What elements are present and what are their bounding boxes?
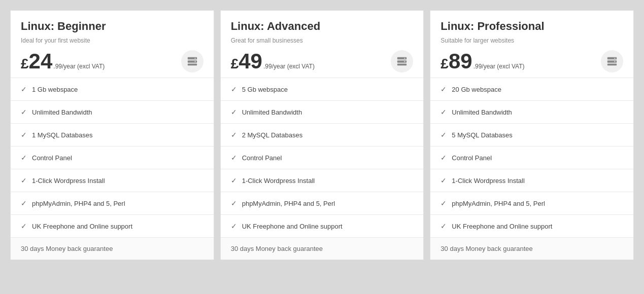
plan-title-professional: Linux: Professional (440, 20, 623, 33)
price-sub: .99/year (excl VAT) (53, 63, 105, 70)
svg-point-4 (194, 61, 195, 62)
checkmark-icon: ✓ (21, 199, 27, 207)
feature-item: ✓1-Click Wordpress Install (221, 169, 424, 192)
feature-item: ✓UK Freephone and Online support (430, 215, 633, 237)
checkmark-icon: ✓ (440, 131, 447, 139)
server-icon (601, 50, 623, 72)
checkmark-icon: ✓ (440, 154, 447, 162)
checkmark-icon: ✓ (440, 222, 447, 230)
plan-subtitle-beginner: Ideal for your first website (21, 37, 204, 44)
feature-label: 5 MySQL Databases (452, 131, 512, 139)
checkmark-icon: ✓ (21, 108, 27, 116)
feature-item: ✓phpMyAdmin, PHP4 and 5, Perl (221, 192, 424, 215)
feature-label: 1 Gb webspace (32, 86, 78, 93)
checkmark-icon: ✓ (21, 85, 27, 93)
plan-title-advanced: Linux: Advanced (231, 20, 414, 33)
price-sub: .99/year (excl VAT) (473, 63, 525, 70)
plan-card-advanced: Linux: AdvancedGreat for small businesse… (220, 10, 424, 260)
plan-card-professional: Linux: ProfessionalSuitable for larger w… (430, 10, 634, 260)
plan-price-professional: £89.99/year (excl VAT) (440, 51, 524, 72)
feature-label: 5 Gb webspace (242, 86, 288, 93)
checkmark-icon: ✓ (231, 85, 237, 93)
feature-item: ✓Control Panel (430, 146, 633, 169)
feature-label: UK Freephone and Online support (242, 223, 343, 230)
price-sub: .99/year (excl VAT) (263, 63, 315, 70)
plans-container: Linux: BeginnerIdeal for your first webs… (10, 10, 634, 260)
feature-label: 1-Click Wordpress Install (32, 177, 105, 185)
plan-price-row-beginner: £24.99/year (excl VAT) (21, 50, 204, 72)
feature-item: ✓Control Panel (11, 146, 214, 169)
server-icon (181, 50, 204, 72)
guarantee-beginner: 30 days Money back guarantee (11, 237, 214, 260)
plan-subtitle-advanced: Great for small businesses (231, 37, 414, 44)
plan-features-advanced: ✓5 Gb webspace✓Unlimited Bandwidth✓2 MyS… (221, 78, 424, 237)
feature-label: UK Freephone and Online support (32, 223, 132, 230)
checkmark-icon: ✓ (231, 199, 237, 207)
currency-symbol: £ (440, 56, 449, 72)
feature-item: ✓Unlimited Bandwidth (430, 101, 633, 124)
svg-rect-5 (397, 57, 406, 60)
feature-item: ✓UK Freephone and Online support (11, 215, 214, 237)
svg-rect-12 (607, 64, 617, 66)
currency-symbol: £ (231, 56, 239, 72)
feature-label: phpMyAdmin, PHP4 and 5, Perl (32, 200, 125, 207)
plan-header-beginner: Linux: BeginnerIdeal for your first webs… (11, 11, 214, 78)
checkmark-icon: ✓ (231, 154, 237, 162)
checkmark-icon: ✓ (231, 131, 237, 139)
checkmark-icon: ✓ (21, 131, 27, 139)
plan-price-row-advanced: £49.99/year (excl VAT) (231, 50, 414, 72)
plan-title-beginner: Linux: Beginner (21, 20, 204, 33)
svg-point-3 (194, 58, 195, 59)
checkmark-icon: ✓ (21, 154, 27, 162)
feature-label: Control Panel (242, 154, 282, 162)
price-main: 24 (29, 51, 53, 72)
feature-item: ✓20 Gb webspace (430, 78, 633, 101)
svg-rect-6 (397, 60, 406, 63)
feature-item: ✓phpMyAdmin, PHP4 and 5, Perl (11, 192, 214, 215)
feature-item: ✓1-Click Wordpress Install (430, 169, 633, 192)
feature-item: ✓UK Freephone and Online support (221, 215, 424, 237)
checkmark-icon: ✓ (21, 176, 27, 185)
feature-label: UK Freephone and Online support (452, 223, 552, 230)
plan-header-professional: Linux: ProfessionalSuitable for larger w… (430, 11, 633, 78)
checkmark-icon: ✓ (231, 176, 237, 185)
feature-label: Unlimited Bandwidth (242, 108, 302, 116)
feature-item: ✓5 MySQL Databases (430, 124, 633, 146)
plan-header-advanced: Linux: AdvancedGreat for small businesse… (221, 11, 424, 78)
checkmark-icon: ✓ (231, 108, 237, 116)
plan-features-beginner: ✓1 Gb webspace✓Unlimited Bandwidth✓1 MyS… (11, 78, 214, 237)
feature-label: 2 MySQL Databases (242, 131, 302, 139)
plan-price-row-professional: £89.99/year (excl VAT) (440, 50, 623, 72)
guarantee-advanced: 30 days Money back guarantee (221, 237, 424, 260)
svg-rect-7 (397, 64, 406, 66)
svg-point-13 (615, 58, 616, 59)
checkmark-icon: ✓ (231, 222, 237, 230)
plan-subtitle-professional: Suitable for larger websites (440, 37, 623, 44)
feature-label: 20 Gb webspace (452, 86, 501, 93)
feature-label: 1-Click Wordpress Install (242, 177, 315, 185)
svg-point-14 (615, 61, 616, 62)
feature-item: ✓2 MySQL Databases (221, 124, 424, 146)
feature-item: ✓Unlimited Bandwidth (11, 101, 214, 124)
feature-item: ✓Control Panel (221, 146, 424, 169)
currency-symbol: £ (21, 56, 29, 72)
feature-item: ✓1-Click Wordpress Install (11, 169, 214, 192)
checkmark-icon: ✓ (21, 222, 27, 230)
server-icon (391, 50, 413, 72)
checkmark-icon: ✓ (440, 85, 447, 93)
plan-price-beginner: £24.99/year (excl VAT) (21, 51, 105, 72)
feature-item: ✓1 Gb webspace (11, 78, 214, 101)
feature-label: phpMyAdmin, PHP4 and 5, Perl (452, 200, 545, 207)
feature-label: 1-Click Wordpress Install (452, 177, 525, 185)
feature-label: phpMyAdmin, PHP4 and 5, Perl (242, 200, 335, 207)
feature-label: Control Panel (452, 154, 492, 162)
plan-features-professional: ✓20 Gb webspace✓Unlimited Bandwidth✓5 My… (430, 78, 633, 237)
checkmark-icon: ✓ (440, 176, 447, 185)
price-main: 89 (449, 51, 472, 72)
feature-label: Unlimited Bandwidth (32, 108, 92, 116)
feature-item: ✓5 Gb webspace (221, 78, 424, 101)
checkmark-icon: ✓ (440, 108, 447, 116)
svg-rect-2 (188, 64, 197, 66)
feature-item: ✓Unlimited Bandwidth (221, 101, 424, 124)
checkmark-icon: ✓ (440, 199, 447, 207)
